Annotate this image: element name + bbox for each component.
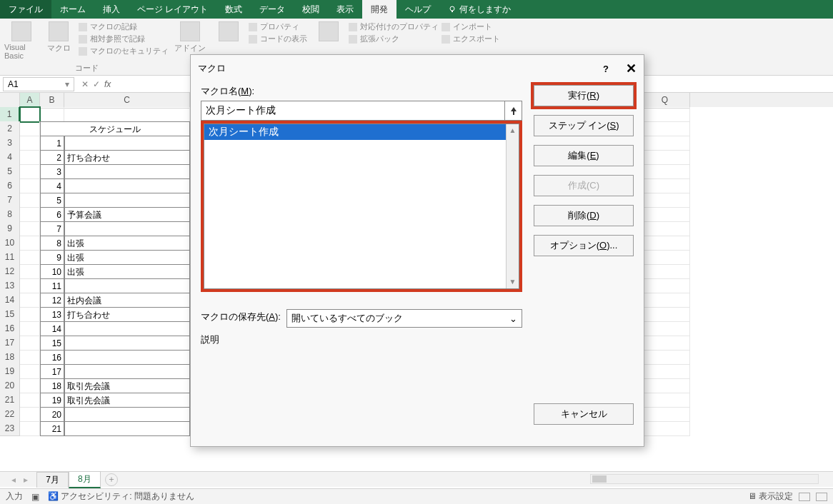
cell[interactable]: [640, 250, 690, 265]
view-code-button[interactable]: コードの表示: [249, 34, 307, 44]
macros-button[interactable]: マクロ: [41, 21, 76, 54]
cell[interactable]: [20, 321, 40, 336]
macro-store-select[interactable]: 開いているすべてのブック ⌄: [286, 309, 522, 328]
cell[interactable]: [20, 136, 40, 151]
cell[interactable]: [20, 236, 40, 251]
scrollbar-thumb[interactable]: [592, 475, 607, 483]
tab-formulas[interactable]: 数式: [216, 0, 251, 19]
fx-icon[interactable]: fx: [104, 79, 111, 89]
cell[interactable]: [20, 421, 40, 436]
cell[interactable]: [20, 393, 40, 408]
row-header[interactable]: 9: [0, 221, 20, 236]
schedule-cell[interactable]: 打ち合わせ: [64, 150, 190, 165]
cell[interactable]: [640, 393, 690, 408]
cell[interactable]: [20, 336, 40, 351]
schedule-cell[interactable]: [64, 278, 190, 293]
name-box-dropdown-icon[interactable]: ▾: [65, 79, 69, 89]
cell[interactable]: [640, 336, 690, 351]
new-sheet-button[interactable]: ＋: [105, 473, 118, 486]
cell[interactable]: [20, 278, 40, 293]
enter-formula-icon[interactable]: ✓: [93, 79, 100, 89]
tab-developer[interactable]: 開発: [362, 0, 396, 19]
cell[interactable]: [640, 107, 690, 122]
schedule-cell[interactable]: 予算会議: [64, 207, 190, 222]
cell[interactable]: [640, 207, 690, 222]
day-number-cell[interactable]: 14: [40, 321, 64, 336]
day-number-cell[interactable]: 9: [40, 250, 64, 265]
cell[interactable]: [640, 164, 690, 179]
macro-list-item[interactable]: 次月シート作成: [204, 124, 519, 140]
schedule-cell[interactable]: 打ち合わせ: [64, 307, 190, 322]
tab-page-layout[interactable]: ページ レイアウト: [129, 0, 216, 19]
tab-help[interactable]: ヘルプ: [396, 0, 439, 19]
row-header[interactable]: 23: [0, 421, 20, 436]
schedule-cell[interactable]: [64, 136, 190, 151]
schedule-header-cell[interactable]: スケジュール: [40, 121, 190, 136]
name-box[interactable]: A1 ▾: [3, 77, 74, 91]
schedule-cell[interactable]: [64, 421, 190, 436]
row-header[interactable]: 11: [0, 250, 20, 265]
cell[interactable]: [640, 350, 690, 365]
schedule-cell[interactable]: [64, 321, 190, 336]
schedule-cell[interactable]: 取引先会議: [64, 393, 190, 408]
sheet-nav-arrows[interactable]: ◂ ▸: [6, 475, 36, 485]
day-number-cell[interactable]: 8: [40, 236, 64, 251]
cell[interactable]: [20, 407, 40, 422]
day-number-cell[interactable]: 17: [40, 364, 64, 379]
schedule-cell[interactable]: 出張: [64, 250, 190, 265]
cell[interactable]: [20, 264, 40, 279]
cell[interactable]: [20, 121, 40, 136]
day-number-cell[interactable]: 13: [40, 307, 64, 322]
day-number-cell[interactable]: 7: [40, 221, 64, 236]
options-button[interactable]: オプション(O)...: [534, 235, 634, 256]
day-number-cell[interactable]: 21: [40, 421, 64, 436]
day-number-cell[interactable]: 12: [40, 293, 64, 308]
cell[interactable]: [20, 307, 40, 322]
cell[interactable]: [640, 278, 690, 293]
scroll-up-icon[interactable]: ▲: [507, 124, 519, 137]
scroll-down-icon[interactable]: ▼: [507, 276, 519, 288]
row-header[interactable]: 5: [0, 164, 20, 179]
row-header[interactable]: 13: [0, 278, 20, 293]
day-number-cell[interactable]: 15: [40, 336, 64, 351]
source-button[interactable]: [311, 21, 346, 43]
col-header-a[interactable]: A: [20, 93, 40, 109]
macro-name-refedit-icon[interactable]: [505, 101, 522, 121]
cell[interactable]: [640, 236, 690, 251]
schedule-cell[interactable]: 出張: [64, 236, 190, 251]
day-number-cell[interactable]: 4: [40, 178, 64, 193]
macro-list[interactable]: 次月シート作成 ▲ ▼: [204, 124, 519, 289]
row-header[interactable]: 22: [0, 407, 20, 422]
run-button[interactable]: 実行(R): [534, 85, 634, 106]
row-header[interactable]: 18: [0, 350, 20, 365]
day-number-cell[interactable]: 20: [40, 407, 64, 422]
cell[interactable]: [20, 178, 40, 193]
cell-a1[interactable]: [20, 107, 40, 122]
row-header[interactable]: 10: [0, 236, 20, 251]
col-header-c[interactable]: C: [64, 93, 190, 109]
day-number-cell[interactable]: 2: [40, 150, 64, 165]
cell[interactable]: [640, 221, 690, 236]
macro-record-status-icon[interactable]: ▣: [31, 492, 39, 502]
dialog-help-icon[interactable]: ?: [603, 64, 609, 74]
col-header-q[interactable]: Q: [640, 93, 690, 109]
day-number-cell[interactable]: 5: [40, 193, 64, 208]
cell[interactable]: [20, 250, 40, 265]
cell[interactable]: [640, 264, 690, 279]
row-header[interactable]: 4: [0, 150, 20, 165]
day-number-cell[interactable]: 18: [40, 378, 64, 393]
day-number-cell[interactable]: 16: [40, 350, 64, 365]
properties-button[interactable]: プロパティ: [249, 21, 307, 32]
tab-file[interactable]: ファイル: [0, 0, 51, 19]
horizontal-scrollbar[interactable]: [590, 474, 819, 484]
display-settings-button[interactable]: 🖥 表示設定: [748, 490, 793, 503]
row-header[interactable]: 1: [0, 107, 20, 122]
row-header[interactable]: 6: [0, 178, 20, 193]
schedule-cell[interactable]: [64, 221, 190, 236]
row-header[interactable]: 14: [0, 293, 20, 308]
day-number-cell[interactable]: 1: [40, 136, 64, 151]
row-header[interactable]: 19: [0, 364, 20, 379]
cell[interactable]: [640, 193, 690, 208]
create-button[interactable]: 作成(C): [534, 175, 634, 196]
cell[interactable]: [20, 193, 40, 208]
